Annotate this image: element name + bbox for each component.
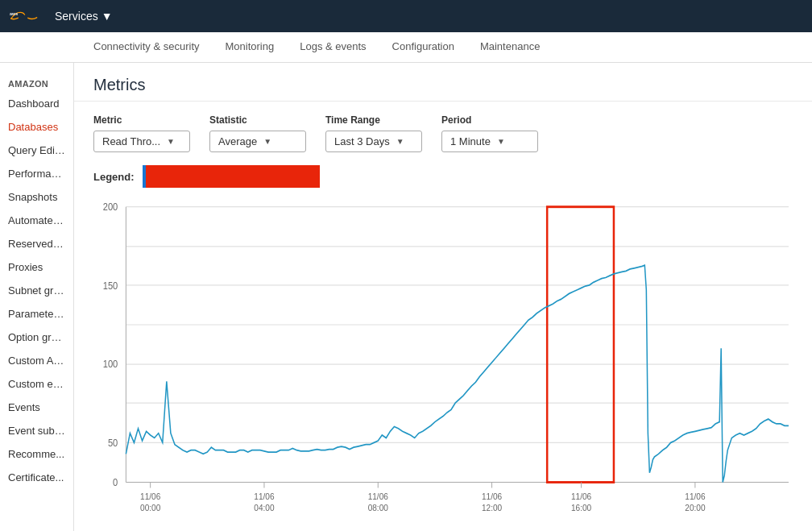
svg-text:20:00: 20:00	[685, 502, 705, 512]
svg-text:08:00: 08:00	[368, 502, 388, 512]
timerange-control-group: Time Range Last 3 Days ▼	[325, 114, 422, 152]
svg-text:11/06: 11/06	[368, 491, 388, 501]
svg-text:aws: aws	[10, 11, 18, 16]
svg-rect-16	[547, 207, 614, 483]
services-menu-button[interactable]: Services ▼	[48, 6, 119, 26]
metric-dropdown-icon: ▼	[167, 137, 175, 146]
sidebar-item-subnet[interactable]: Subnet gro...	[0, 279, 73, 302]
page-title: Metrics	[93, 76, 793, 94]
svg-text:100: 100	[103, 358, 118, 370]
services-label: Services	[55, 10, 98, 23]
sidebar-item-snapshots[interactable]: Snapshots	[0, 185, 73, 209]
sidebar-item-reserved[interactable]: Reserved in...	[0, 232, 73, 255]
metric-label: Metric	[93, 114, 190, 126]
svg-text:16:00: 16:00	[571, 502, 591, 512]
sidebar-item-recommend[interactable]: Recomme...	[0, 442, 73, 466]
subnav-connectivity[interactable]: Connectivity & security	[81, 32, 213, 63]
period-select[interactable]: 1 Minute ▼	[441, 131, 538, 152]
svg-text:12:00: 12:00	[482, 502, 502, 512]
subnav-logs[interactable]: Logs & events	[287, 32, 379, 63]
svg-text:11/06: 11/06	[571, 491, 591, 501]
sidebar-item-dashboard[interactable]: Dashboard	[0, 92, 73, 115]
main-layout: Amazon Dashboard Databases Query Editor …	[0, 63, 812, 531]
subnav-configuration[interactable]: Configuration	[379, 32, 467, 63]
chart-container: 200 150 100 50 0 11/06 00:00	[74, 194, 812, 531]
top-navigation: aws Services ▼	[0, 0, 812, 32]
statistic-control-group: Statistic Average ▼	[209, 114, 306, 152]
services-dropdown-icon: ▼	[102, 10, 113, 23]
statistic-select[interactable]: Average ▼	[209, 131, 306, 152]
period-value: 1 Minute	[450, 135, 491, 147]
period-dropdown-icon: ▼	[497, 137, 505, 146]
subnav-monitoring[interactable]: Monitoring	[213, 32, 288, 63]
aws-logo: aws	[10, 6, 39, 26]
statistic-label: Statistic	[209, 114, 306, 126]
sidebar-item-databases[interactable]: Databases	[0, 115, 73, 139]
timerange-dropdown-icon: ▼	[396, 137, 404, 146]
svg-text:150: 150	[103, 280, 118, 292]
svg-text:04:00: 04:00	[254, 502, 274, 512]
legend-label: Legend:	[93, 171, 135, 183]
svg-text:200: 200	[103, 201, 118, 214]
sidebar-item-custom-en[interactable]: Custom en...	[0, 372, 73, 396]
metric-control-group: Metric Read Thro... ▼	[93, 114, 190, 152]
sidebar-item-option[interactable]: Option gro...	[0, 326, 73, 349]
sidebar-item-proxies[interactable]: Proxies	[0, 255, 73, 279]
content-area: Metrics Metric Read Thro... ▼ Statistic …	[74, 63, 812, 531]
timerange-value: Last 3 Days	[334, 135, 390, 147]
metrics-controls: Metric Read Thro... ▼ Statistic Average …	[74, 102, 812, 162]
sidebar-section-header: Amazon	[0, 76, 73, 92]
metric-value: Read Thro...	[102, 135, 160, 147]
sub-navigation: Connectivity & security Monitoring Logs …	[0, 32, 812, 63]
period-label: Period	[441, 114, 538, 126]
sidebar: Amazon Dashboard Databases Query Editor …	[0, 63, 74, 531]
timerange-select[interactable]: Last 3 Days ▼	[325, 131, 422, 152]
sidebar-item-automated[interactable]: Automated r...	[0, 209, 73, 232]
svg-text:11/06: 11/06	[482, 491, 502, 501]
statistic-value: Average	[218, 135, 257, 147]
timerange-label: Time Range	[325, 114, 422, 126]
sidebar-item-performance[interactable]: Performance	[0, 162, 73, 185]
svg-text:11/06: 11/06	[685, 491, 705, 501]
sidebar-item-events[interactable]: Events	[0, 396, 73, 419]
statistic-dropdown-icon: ▼	[263, 137, 271, 146]
sidebar-item-custom-av[interactable]: Custom Av...	[0, 349, 73, 372]
sidebar-item-certificate[interactable]: Certificate...	[0, 466, 73, 489]
svg-text:11/06: 11/06	[140, 491, 160, 501]
period-control-group: Period 1 Minute ▼	[441, 114, 538, 152]
sidebar-item-query-editor[interactable]: Query Editor	[0, 139, 73, 162]
chart-line	[126, 265, 789, 482]
page-header: Metrics	[74, 63, 812, 102]
svg-text:0: 0	[113, 476, 118, 488]
legend-bar: Legend:	[74, 162, 812, 194]
svg-text:00:00: 00:00	[140, 502, 160, 512]
svg-text:11/06: 11/06	[254, 491, 274, 501]
legend-color-swatch	[143, 165, 320, 188]
metric-select[interactable]: Read Thro... ▼	[93, 131, 190, 152]
metrics-chart: 200 150 100 50 0 11/06 00:00	[93, 197, 793, 518]
sidebar-item-parameter[interactable]: Parameter ...	[0, 302, 73, 326]
subnav-maintenance[interactable]: Maintenance	[467, 32, 553, 63]
sidebar-item-event-subs[interactable]: Event subs...	[0, 419, 73, 442]
svg-text:50: 50	[108, 437, 118, 449]
